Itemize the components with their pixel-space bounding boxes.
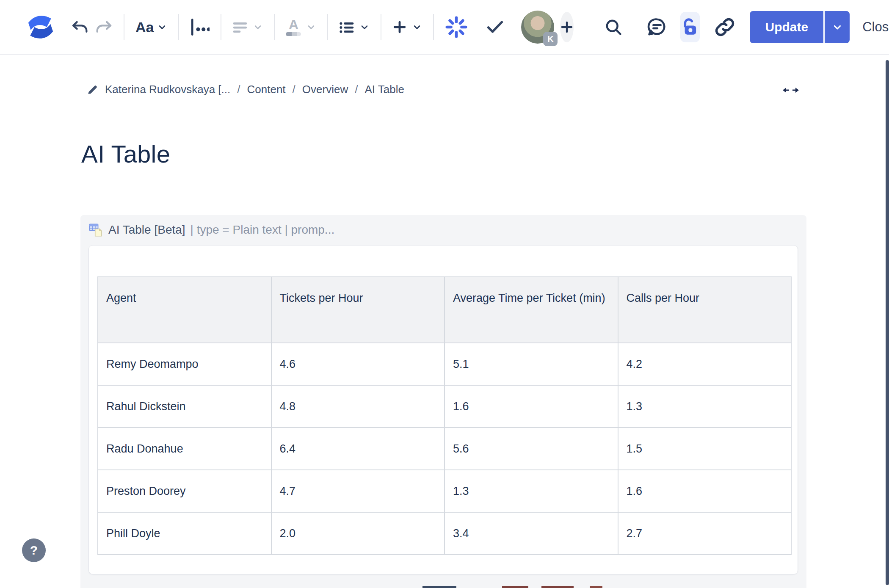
breadcrumb: Katerina Rudkovskaya [... / Content / Ov…	[87, 83, 404, 96]
plus-icon	[392, 20, 407, 34]
comment-icon[interactable]	[646, 17, 668, 38]
cell-avg-time-per-ticket[interactable]: 3.4	[444, 512, 618, 555]
confluence-logo[interactable]	[25, 14, 56, 41]
chevron-down-icon	[359, 22, 370, 32]
cell-agent-name[interactable]: Remy Deomampo	[98, 343, 271, 385]
agents-table: Agent Tickets per Hour Average Time per …	[97, 276, 792, 555]
header-calls-per-hour[interactable]: Calls per Hour	[618, 277, 792, 343]
breadcrumb-current-page[interactable]: AI Table	[364, 83, 404, 96]
editor-content: Katerina Rudkovskaya [... / Content / Ov…	[0, 55, 889, 588]
macro-header[interactable]: AI Table [Beta] | type = Plain text | pr…	[80, 215, 806, 237]
cell-tickets-per-hour[interactable]: 4.6	[271, 343, 445, 385]
alignment-dropdown[interactable]	[232, 21, 263, 33]
toolbar-divider	[381, 14, 381, 40]
update-split-button: Update	[750, 11, 850, 43]
breadcrumb-space[interactable]: Katerina Rudkovskaya [...	[105, 83, 230, 96]
editor-toolbar: Aa A K	[0, 0, 889, 55]
table-row: Phill Doyle 2.0 3.4 2.7	[98, 512, 791, 555]
cell-avg-time-per-ticket[interactable]: 5.1	[444, 343, 618, 385]
text-color-dropdown[interactable]: A	[286, 18, 316, 36]
cell-tickets-per-hour[interactable]: 4.7	[271, 470, 445, 512]
header-agent[interactable]: Agent	[98, 277, 271, 343]
check-icon[interactable]	[486, 19, 504, 36]
header-tickets-per-hour[interactable]: Tickets per Hour	[271, 277, 445, 343]
search-icon[interactable]	[604, 18, 623, 36]
cell-avg-time-per-ticket[interactable]: 5.6	[444, 428, 618, 470]
link-icon[interactable]	[714, 17, 735, 38]
toolbar-divider	[274, 14, 275, 40]
breadcrumb-separator: /	[293, 83, 295, 96]
unlock-icon[interactable]	[680, 12, 700, 42]
cell-calls-per-hour[interactable]: 4.2	[618, 343, 792, 385]
redo-icon[interactable]	[95, 20, 113, 34]
close-button[interactable]: Close	[862, 19, 889, 35]
cell-avg-time-per-ticket[interactable]: 1.3	[444, 470, 618, 512]
help-question-mark: ?	[30, 543, 38, 558]
breadcrumb-content[interactable]: Content	[247, 83, 286, 96]
table-row: Radu Donahue 6.4 5.6 1.5	[98, 428, 791, 470]
cell-tickets-per-hour[interactable]: 4.8	[271, 385, 445, 428]
cell-agent-name[interactable]: Phill Doyle	[98, 512, 271, 555]
cell-agent-name[interactable]: Rahul Dickstein	[98, 385, 271, 428]
table-header-row: Agent Tickets per Hour Average Time per …	[98, 277, 791, 343]
header-avg-time-per-ticket[interactable]: Average Time per Ticket (min)	[444, 277, 618, 343]
cell-avg-time-per-ticket[interactable]: 1.6	[444, 385, 618, 428]
bullet-list-icon	[339, 21, 354, 33]
breadcrumb-overview[interactable]: Overview	[302, 83, 348, 96]
chevron-down-icon	[306, 22, 316, 32]
help-button[interactable]: ?	[22, 538, 46, 562]
table-row: Remy Deomampo 4.6 5.1 4.2	[98, 343, 791, 385]
table-row: Preston Doorey 4.7 1.3 1.6	[98, 470, 791, 512]
update-options-button[interactable]	[823, 11, 850, 43]
user-avatar[interactable]: K	[521, 11, 554, 44]
macro-icon	[89, 223, 103, 237]
text-style-label: Aa	[135, 19, 154, 36]
cell-tickets-per-hour[interactable]: 2.0	[271, 512, 445, 555]
text-style-dropdown[interactable]: Aa	[135, 19, 167, 36]
undo-icon[interactable]	[71, 20, 89, 34]
text-color-icon: A	[286, 18, 301, 36]
toolbar-divider	[433, 14, 434, 40]
ai-table-macro: AI Table [Beta] | type = Plain text | pr…	[80, 215, 806, 588]
clipped-content-sliver	[541, 586, 574, 588]
toolbar-divider	[221, 14, 221, 40]
toolbar-divider	[124, 14, 124, 40]
breadcrumb-separator: /	[237, 83, 240, 96]
list-dropdown[interactable]	[339, 21, 370, 33]
page-title[interactable]: AI Table	[81, 140, 170, 168]
chevron-down-icon	[412, 22, 422, 32]
ai-sparkle-icon[interactable]	[445, 16, 468, 39]
chevron-down-icon	[157, 22, 167, 32]
breadcrumb-separator: /	[355, 83, 358, 96]
cell-agent-name[interactable]: Radu Donahue	[98, 428, 271, 470]
edit-pencil-icon	[87, 84, 98, 95]
toolbar-divider	[178, 14, 179, 40]
macro-title: AI Table [Beta]	[108, 223, 185, 237]
macro-body-card: Agent Tickets per Hour Average Time per …	[88, 245, 798, 574]
table-body: Remy Deomampo 4.6 5.1 4.2 Rahul Dickstei…	[98, 343, 791, 555]
insert-dropdown[interactable]	[392, 20, 422, 34]
align-left-icon	[232, 21, 248, 33]
cell-tickets-per-hour[interactable]: 6.4	[271, 428, 445, 470]
cell-calls-per-hour[interactable]: 1.6	[618, 470, 792, 512]
cell-calls-per-hour[interactable]: 1.5	[618, 428, 792, 470]
macro-parameters: | type = Plain text | promp...	[190, 223, 335, 237]
full-width-toggle-icon[interactable]	[781, 85, 801, 97]
clipped-content-sliver	[590, 586, 602, 588]
cell-agent-name[interactable]: Preston Doorey	[98, 470, 271, 512]
vertical-scrollbar[interactable]	[886, 60, 889, 585]
clipped-content-sliver	[502, 586, 528, 588]
cell-calls-per-hour[interactable]: 1.3	[618, 385, 792, 428]
cell-calls-per-hour[interactable]: 2.7	[618, 512, 792, 555]
avatar-initial-badge: K	[543, 32, 558, 46]
chevron-down-icon	[253, 22, 263, 32]
invite-collaborator-button[interactable]	[560, 12, 574, 42]
more-formatting-icon[interactable]	[190, 17, 210, 37]
update-button[interactable]: Update	[750, 11, 823, 43]
toolbar-divider	[327, 14, 328, 40]
table-row: Rahul Dickstein 4.8 1.6 1.3	[98, 385, 791, 428]
clipped-content-sliver	[422, 586, 456, 588]
